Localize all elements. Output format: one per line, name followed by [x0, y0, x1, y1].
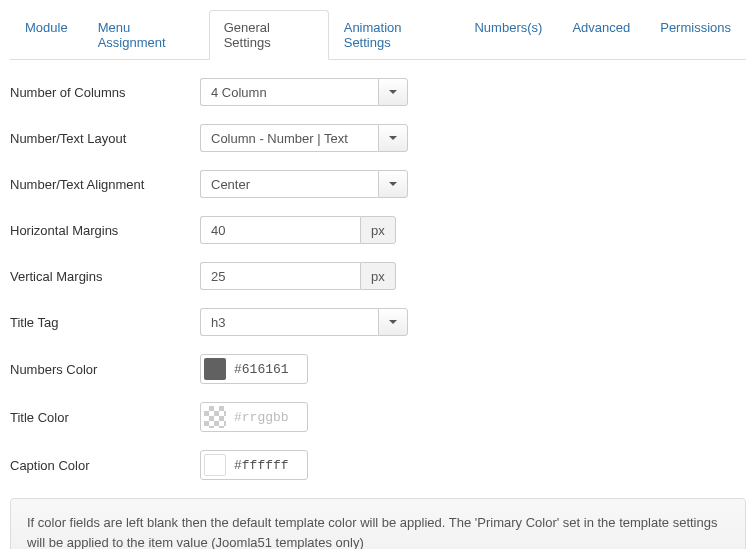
- select-layout-toggle[interactable]: [378, 124, 408, 152]
- tab-advanced[interactable]: Advanced: [557, 10, 645, 60]
- label-captioncolor: Caption Color: [10, 458, 200, 473]
- label-titletag: Title Tag: [10, 315, 200, 330]
- tab-permissions[interactable]: Permissions: [645, 10, 746, 60]
- select-titletag[interactable]: h3: [200, 308, 378, 336]
- row-captioncolor: Caption Color: [10, 450, 746, 480]
- select-columns[interactable]: 4 Column: [200, 78, 378, 106]
- row-numcolor: Numbers Color: [10, 354, 746, 384]
- swatch-numcolor: [204, 358, 226, 380]
- select-layout[interactable]: Column - Number | Text: [200, 124, 378, 152]
- row-align: Number/Text Alignment Center: [10, 170, 746, 198]
- input-numcolor[interactable]: [234, 362, 304, 377]
- tab-module[interactable]: Module: [10, 10, 83, 60]
- unit-hmargin: px: [360, 216, 396, 244]
- label-numcolor: Numbers Color: [10, 362, 200, 377]
- tab-animation-settings[interactable]: Animation Settings: [329, 10, 460, 60]
- color-field-titlecolor[interactable]: [200, 402, 308, 432]
- chevron-down-icon: [389, 90, 397, 94]
- swatch-captioncolor: [204, 454, 226, 476]
- row-titletag: Title Tag h3: [10, 308, 746, 336]
- tab-menu-assignment[interactable]: Menu Assignment: [83, 10, 209, 60]
- select-titletag-toggle[interactable]: [378, 308, 408, 336]
- label-hmargin: Horizontal Margins: [10, 223, 200, 238]
- row-columns: Number of Columns 4 Column: [10, 78, 746, 106]
- input-titlecolor[interactable]: [234, 410, 304, 425]
- general-settings-form: Number of Columns 4 Column Number/Text L…: [10, 78, 746, 549]
- swatch-titlecolor: [204, 406, 226, 428]
- select-align[interactable]: Center: [200, 170, 378, 198]
- tabs-nav: Module Menu Assignment General Settings …: [10, 10, 746, 60]
- tab-numbers[interactable]: Numbers(s): [459, 10, 557, 60]
- color-field-captioncolor[interactable]: [200, 450, 308, 480]
- color-field-numcolor[interactable]: [200, 354, 308, 384]
- row-titlecolor: Title Color: [10, 402, 746, 432]
- row-hmargin: Horizontal Margins px: [10, 216, 746, 244]
- input-vmargin[interactable]: [200, 262, 360, 290]
- chevron-down-icon: [389, 136, 397, 140]
- input-hmargin[interactable]: [200, 216, 360, 244]
- label-columns: Number of Columns: [10, 85, 200, 100]
- input-captioncolor[interactable]: [234, 458, 304, 473]
- label-layout: Number/Text Layout: [10, 131, 200, 146]
- notice-box: If color fields are left blank then the …: [10, 498, 746, 549]
- label-align: Number/Text Alignment: [10, 177, 200, 192]
- select-columns-toggle[interactable]: [378, 78, 408, 106]
- unit-vmargin: px: [360, 262, 396, 290]
- row-vmargin: Vertical Margins px: [10, 262, 746, 290]
- chevron-down-icon: [389, 182, 397, 186]
- select-align-toggle[interactable]: [378, 170, 408, 198]
- row-layout: Number/Text Layout Column - Number | Tex…: [10, 124, 746, 152]
- label-titlecolor: Title Color: [10, 410, 200, 425]
- label-vmargin: Vertical Margins: [10, 269, 200, 284]
- tab-general-settings[interactable]: General Settings: [209, 10, 329, 60]
- chevron-down-icon: [389, 320, 397, 324]
